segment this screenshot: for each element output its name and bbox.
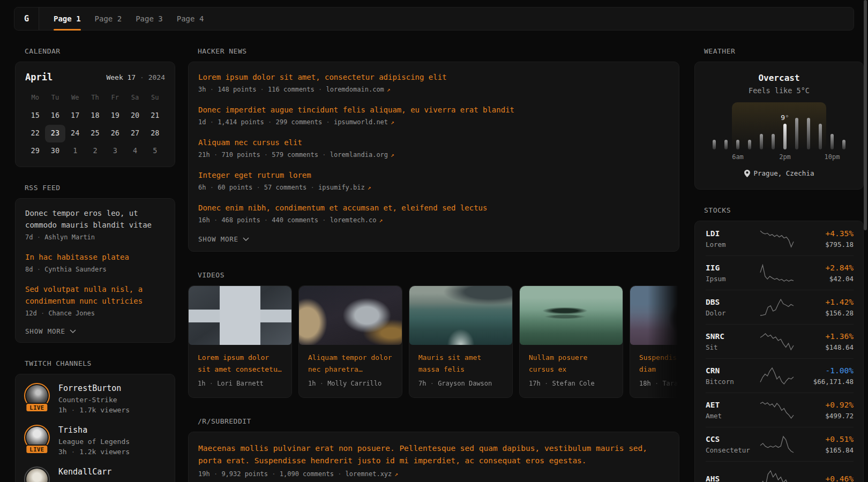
video-title[interactable]: Aliquam tempor dolor nec pharetra… (308, 352, 393, 375)
location-pin-icon (744, 170, 750, 177)
channel-name[interactable]: ForrestBurton (58, 383, 130, 394)
stock-change: +0.51% (795, 434, 854, 445)
hacker-news-widget: Lorem ipsum dolor sit amet, consectetur … (188, 62, 679, 252)
avatar-image (26, 469, 48, 482)
rss-item-meta: 8d · Cynthia Saunders (25, 264, 165, 275)
page-tabs: Page 1Page 2Page 3Page 4 (39, 7, 218, 30)
calendar-day[interactable]: 5 (145, 142, 165, 160)
stock-row[interactable]: IIGIpsum+2.84%$42.04 (706, 255, 854, 290)
live-badge: LIVE (25, 445, 48, 454)
calendar-day[interactable]: 26 (105, 125, 125, 142)
rss-item-title[interactable]: In hac habitasse platea (25, 251, 165, 263)
rss-item-meta: 12d · Chance Jones (25, 308, 165, 319)
reddit-post-meta: 19h · 9,932 points · 1,090 comments · lo… (198, 469, 669, 480)
channel-viewers: 3h · 1.2k viewers (58, 447, 130, 457)
current-temp: 9° (781, 114, 789, 122)
channel-game: Counter-Strike (58, 395, 130, 405)
video-title[interactable]: Lorem ipsum dolor sit amet consectetu… (198, 352, 282, 375)
weekday-label: We (65, 91, 85, 106)
stock-row[interactable]: SNRCSit+1.36%$148.64 (706, 324, 854, 358)
calendar-day[interactable]: 16 (45, 107, 65, 125)
hn-item-meta: 3h · 148 points · 116 comments · loremdo… (198, 84, 669, 95)
hn-item-title[interactable]: Integer eget rutrum lorem (198, 170, 669, 181)
channel-name[interactable]: Trisha (58, 425, 130, 435)
avatar: LIVE (24, 425, 50, 450)
chevron-down-icon (243, 237, 249, 241)
twitch-widget: LIVEForrestBurtonCounter-Strike1h · 1.7k… (15, 374, 175, 482)
hn-item: Integer eget rutrum lorem6h · 60 points … (198, 170, 669, 193)
weekday-label: Fr (105, 91, 125, 106)
calendar-day[interactable]: 25 (85, 125, 105, 142)
hn-item-meta: 6h · 60 points · 57 comments · ipsumify.… (198, 182, 669, 193)
tab-page-2[interactable]: Page 2 (95, 7, 122, 30)
calendar-day[interactable]: 2 (85, 142, 105, 160)
video-card[interactable]: Lorem ipsum dolor sit amet consectetu…1h… (188, 285, 292, 398)
reddit-post-title[interactable]: Maecenas mollis pulvinar erat non posuer… (198, 442, 669, 467)
channel-name[interactable]: KendallCarr (58, 466, 111, 477)
calendar-section-label: CALENDAR (15, 48, 175, 55)
stock-row[interactable]: CRNBitcorn-1.00%$66,171.48 (706, 358, 854, 393)
scrollbar-thumb[interactable] (864, 0, 867, 230)
weather-condition: Overcast (706, 73, 852, 83)
video-title[interactable]: Nullam posuere cursus ex (529, 352, 613, 375)
calendar-day[interactable]: 20 (125, 107, 145, 125)
video-title[interactable]: Mauris sit amet massa felis (418, 352, 503, 375)
twitch-channel[interactable]: LIVETrishaLeague of Legends3h · 1.2k vie… (24, 425, 166, 457)
calendar-day[interactable]: 4 (125, 142, 145, 160)
stock-row[interactable]: AETAmet+0.92%$499.72 (706, 393, 854, 427)
calendar-day[interactable]: 18 (85, 107, 105, 125)
calendar-day[interactable]: 15 (25, 107, 45, 125)
stock-row[interactable]: AHS+0.46% (706, 461, 854, 482)
calendar-day[interactable]: 21 (145, 107, 165, 125)
twitch-channel[interactable]: KendallCarr (24, 466, 166, 482)
stock-row[interactable]: DBSDolor+1.42%$156.28 (706, 290, 854, 324)
weather-location[interactable]: Prague, Czechia (706, 169, 852, 177)
rss-show-more[interactable]: SHOW MORE (25, 327, 165, 335)
stock-ticker: IIG (706, 263, 759, 273)
video-title[interactable]: Suspendisse diam (639, 352, 679, 375)
calendar-day[interactable]: 1 (65, 142, 85, 160)
hn-item-title[interactable]: Lorem ipsum dolor sit amet, consectetur … (198, 72, 669, 83)
hn-show-more[interactable]: SHOW MORE (198, 235, 669, 243)
calendar-day[interactable]: 27 (125, 125, 145, 142)
app-logo[interactable]: G (14, 7, 39, 30)
stock-price: $499.72 (795, 411, 854, 420)
stock-name: Ipsum (706, 274, 759, 283)
calendar-day[interactable]: 24 (65, 125, 85, 142)
video-card[interactable]: Aliquam tempor dolor nec pharetra…1h · M… (298, 285, 402, 398)
calendar-day[interactable]: 28 (145, 125, 165, 142)
calendar-day[interactable]: 22 (25, 125, 45, 142)
hn-item-meta: 16h · 468 points · 440 comments · loremt… (198, 215, 669, 226)
weekday-label: Su (145, 91, 165, 106)
tab-page-3[interactable]: Page 3 (136, 7, 163, 30)
calendar-day[interactable]: 30 (45, 142, 65, 160)
stock-row[interactable]: CCSConsectetur+0.51%$165.84 (706, 427, 854, 461)
hn-item-title[interactable]: Donec imperdiet augue tincidunt felis al… (198, 104, 669, 116)
video-meta: 1h · Lori Barnett (198, 378, 282, 389)
top-bar: G Page 1Page 2Page 3Page 4 (14, 7, 854, 31)
twitch-channel[interactable]: LIVEForrestBurtonCounter-Strike1h · 1.7k… (24, 383, 166, 415)
tab-page-4[interactable]: Page 4 (177, 7, 204, 30)
calendar-day[interactable]: 23 (45, 125, 65, 142)
calendar-day[interactable]: 3 (105, 142, 125, 160)
channel-game: League of Legends (58, 436, 130, 447)
hn-items: Lorem ipsum dolor sit amet, consectetur … (198, 72, 669, 226)
video-card[interactable]: Suspendisse diam18h · Tara (630, 285, 679, 398)
stock-sparkline (759, 401, 795, 419)
tab-page-1[interactable]: Page 1 (54, 7, 81, 30)
hn-item-title[interactable]: Donec enim nibh, condimentum et accumsan… (198, 202, 669, 214)
live-badge: LIVE (25, 403, 48, 412)
hn-section-label: HACKER NEWS (188, 48, 679, 55)
hn-item-title[interactable]: Aliquam nec cursus elit (198, 137, 669, 148)
stock-sparkline (759, 298, 795, 317)
weekday-label: Th (85, 91, 105, 106)
video-card[interactable]: Nullam posuere cursus ex17h · Stefan Col… (519, 285, 623, 398)
calendar-day[interactable]: 17 (65, 107, 85, 125)
calendar-day[interactable]: 29 (25, 142, 45, 160)
rss-item-title[interactable]: Sed volutpat nulla nisl, a condimentum n… (25, 283, 165, 307)
rss-item-title[interactable]: Donec tempor eros leo, ut commodo mauris… (25, 207, 165, 231)
calendar-day[interactable]: 19 (105, 107, 125, 125)
stock-row[interactable]: LDILorem+4.35%$795.18 (706, 221, 854, 255)
stock-name: Amet (706, 411, 759, 420)
video-card[interactable]: Mauris sit amet massa felis7h · Grayson … (409, 285, 513, 398)
